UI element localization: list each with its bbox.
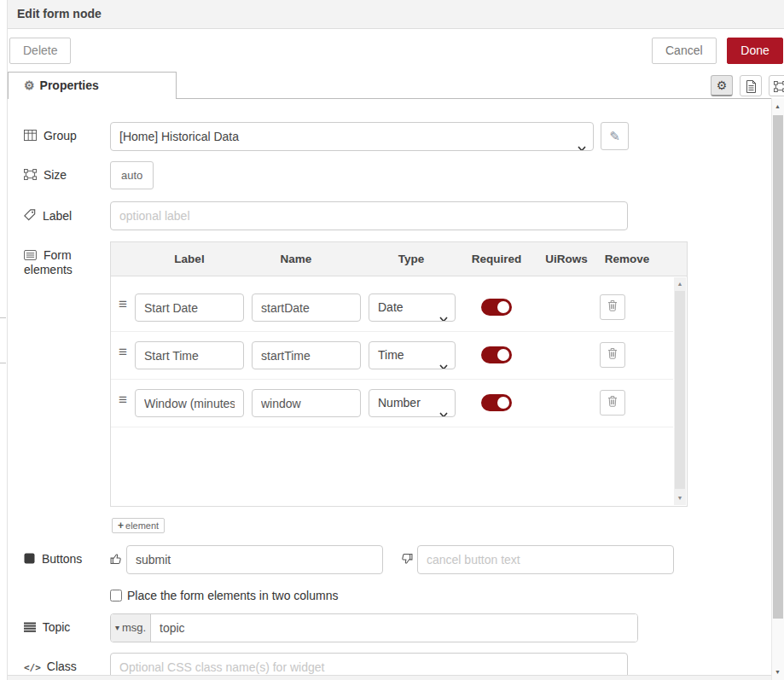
object-frame-icon	[774, 78, 784, 93]
label-row: Label	[24, 201, 772, 230]
table-header: Label Name Type Required UiRows Remove	[110, 241, 688, 276]
scrollbar-thumb[interactable]	[675, 291, 685, 489]
label-input[interactable]	[110, 201, 628, 230]
dialog-scrollbar[interactable]: ▲ ▼	[771, 98, 784, 680]
buttons-label: Buttons	[24, 545, 110, 567]
element-type-select[interactable]: Time	[369, 341, 456, 369]
label-label: Label	[24, 201, 110, 224]
group-select-value: [Home] Historical Data	[119, 130, 239, 143]
topic-row: Topic ▾msg.	[24, 613, 772, 642]
form-list-icon	[24, 249, 37, 263]
two-columns-label: Place the form elements in two columns	[127, 589, 338, 602]
toggle-knob	[497, 397, 509, 409]
square-icon	[24, 553, 35, 567]
cancel-button[interactable]: Cancel	[652, 38, 717, 64]
size-auto-button[interactable]: auto	[110, 161, 154, 189]
element-label-input[interactable]	[135, 341, 244, 369]
cancel-button-text-input[interactable]	[417, 545, 674, 574]
size-label: Size	[24, 161, 110, 183]
plus-icon: +	[118, 520, 124, 532]
chevron-down-icon	[439, 401, 448, 417]
properties-form: Group [Home] Historical Data ✎ Size auto…	[8, 98, 772, 676]
scroll-up-icon[interactable]: ▲	[674, 278, 686, 290]
table-scrollbar[interactable]: ▲ ▼	[674, 277, 686, 505]
appearance-panel-button[interactable]	[769, 75, 784, 96]
remove-element-button[interactable]	[600, 294, 625, 320]
class-input[interactable]	[110, 653, 628, 676]
column-header-label: Label	[174, 253, 204, 265]
form-elements-table: Label Name Type Required UiRows Remove ≡…	[110, 241, 688, 533]
trash-icon	[607, 299, 618, 314]
scroll-up-icon[interactable]: ▲	[772, 100, 783, 113]
required-toggle[interactable]	[481, 299, 512, 316]
submit-button-text-input[interactable]	[126, 545, 383, 574]
chevron-down-icon	[439, 353, 448, 369]
required-toggle[interactable]	[481, 346, 512, 363]
add-element-button[interactable]: +element	[112, 518, 165, 533]
code-icon: </>	[24, 662, 41, 673]
tab-properties[interactable]: ⚙Properties	[8, 72, 177, 99]
drag-handle-icon[interactable]: ≡	[119, 296, 127, 313]
column-header-name: Name	[281, 253, 312, 265]
thumbs-up-icon	[110, 553, 122, 568]
gear-icon: ⚙	[24, 78, 35, 92]
table-row: ≡ Number	[111, 380, 673, 427]
scrollbar-thumb[interactable]	[773, 115, 783, 619]
properties-panel-button[interactable]: ⚙	[711, 75, 733, 96]
element-name-input[interactable]	[252, 294, 361, 322]
class-row: </> Class	[24, 653, 772, 676]
drag-handle-icon[interactable]: ≡	[119, 392, 127, 409]
chevron-down-icon	[578, 134, 586, 151]
table-body: ≡ Date ≡ Time	[110, 276, 688, 507]
size-row: Size auto	[24, 161, 772, 189]
remove-element-button[interactable]	[600, 342, 625, 368]
done-button[interactable]: Done	[727, 38, 783, 64]
tray-resize-grip[interactable]	[0, 317, 6, 363]
element-name-input[interactable]	[252, 389, 361, 417]
tab-bar: ⚙Properties ⚙	[8, 72, 784, 99]
toggle-knob	[497, 301, 509, 313]
thumbs-down-icon	[401, 553, 413, 568]
edit-group-button[interactable]: ✎	[601, 122, 629, 150]
group-label: Group	[24, 122, 110, 143]
description-panel-button[interactable]	[740, 75, 762, 96]
bars-icon	[24, 621, 36, 635]
element-name-input[interactable]	[252, 341, 361, 369]
element-label-input[interactable]	[135, 389, 244, 417]
document-icon	[746, 78, 757, 93]
dialog-footer-edge	[8, 675, 772, 680]
drag-handle-icon[interactable]: ≡	[119, 344, 127, 361]
object-size-icon	[24, 169, 37, 183]
topic-input[interactable]	[151, 614, 637, 642]
caret-down-icon: ▾	[115, 623, 119, 632]
form-elements-row: Form elements Label Name Type Required U…	[24, 241, 772, 533]
column-header-required: Required	[472, 253, 522, 265]
tag-icon	[24, 210, 36, 224]
table-row: ≡ Time	[111, 332, 673, 380]
edit-form-node-dialog: Edit form node Delete Cancel Done ⚙Prope…	[7, 0, 784, 680]
column-header-type: Type	[398, 253, 425, 265]
dialog-button-bar: Delete Cancel Done	[8, 29, 784, 72]
dialog-title: Edit form node	[8, 0, 784, 29]
topic-typed-input: ▾msg.	[110, 613, 638, 642]
trash-icon	[607, 395, 618, 410]
column-header-remove: Remove	[605, 253, 650, 265]
scroll-down-icon[interactable]: ▼	[772, 665, 783, 678]
table-row: ≡ Date	[111, 284, 673, 332]
chevron-down-icon	[439, 305, 448, 322]
delete-button[interactable]: Delete	[9, 38, 71, 64]
trash-icon	[607, 347, 618, 362]
remove-element-button[interactable]	[600, 390, 625, 416]
toggle-knob	[497, 349, 509, 361]
topic-type-label: msg.	[122, 621, 146, 634]
scroll-down-icon[interactable]: ▼	[674, 492, 686, 504]
topic-type-button[interactable]: ▾msg.	[111, 614, 151, 642]
group-select[interactable]: [Home] Historical Data	[110, 122, 594, 151]
column-header-uirows: UiRows	[545, 253, 588, 265]
two-columns-checkbox[interactable]	[110, 590, 122, 602]
required-toggle[interactable]	[481, 394, 512, 411]
two-columns-option[interactable]: Place the form elements in two columns	[110, 589, 338, 602]
element-type-select[interactable]: Number	[369, 389, 456, 417]
element-label-input[interactable]	[135, 294, 244, 322]
element-type-select[interactable]: Date	[369, 294, 456, 322]
